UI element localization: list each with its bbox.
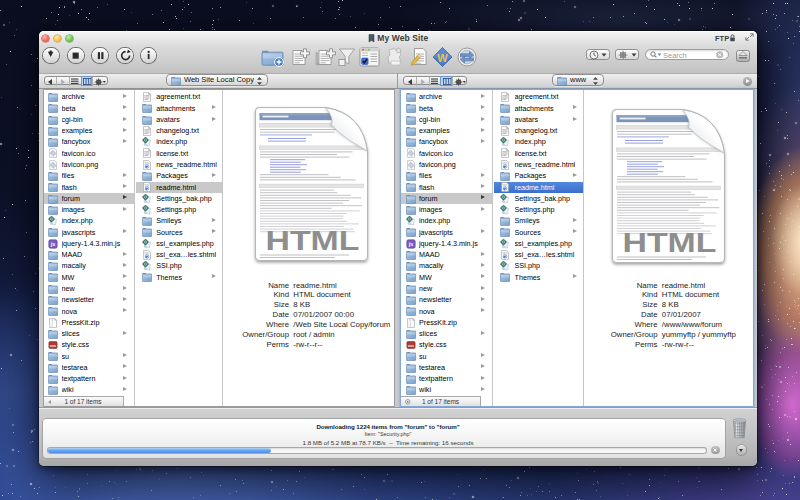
- svg-text:W: W: [437, 52, 448, 64]
- svg-text:HTML: HTML: [265, 224, 359, 256]
- svg-text:HTML: HTML: [623, 226, 717, 258]
